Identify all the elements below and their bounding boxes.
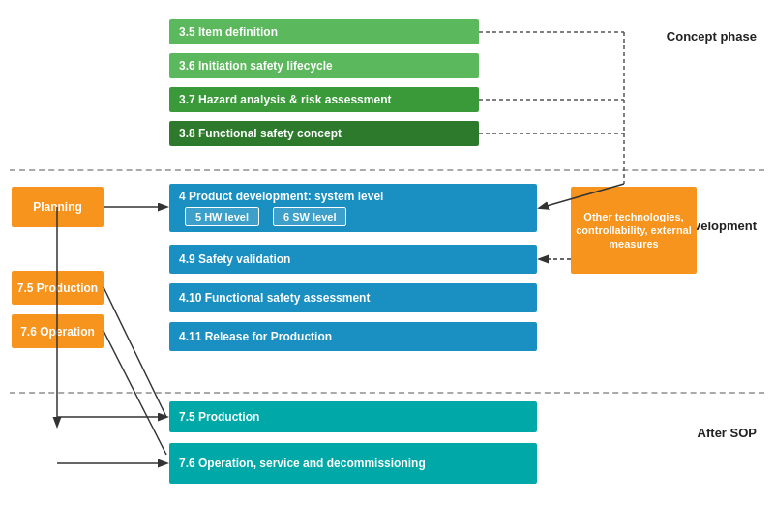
box-38: 3.8 Functional safety concept: [169, 121, 479, 146]
box-411: 4.11 Release for Production: [169, 322, 537, 351]
other-tech-box: Other technologies, controllability, ext…: [571, 187, 697, 274]
divider-1: [10, 169, 764, 171]
diagram: Concept phase Product development After …: [0, 0, 774, 532]
box-410: 4.10 Functional safety assessment: [169, 283, 537, 312]
planning-box: Planning: [12, 187, 104, 227]
box-37: 3.7 Hazard analysis & risk assessment: [169, 87, 479, 112]
box-4: 4 Product development: system level 5 HW…: [169, 184, 537, 232]
box-76-after: 7.6 Operation, service and decommissioni…: [169, 443, 537, 484]
after-sop-label: After SOP: [698, 426, 757, 442]
box-49: 4.9 Safety validation: [169, 245, 537, 274]
concept-phase-label: Concept phase: [667, 29, 757, 45]
box-75-after: 7.5 Production: [169, 401, 537, 432]
operation-side-box: 7.6 Operation: [12, 314, 104, 348]
sw-level-box: 6 SW level: [273, 207, 346, 226]
box-36: 3.6 Initiation safety lifecycle: [169, 53, 479, 78]
divider-2: [10, 392, 764, 394]
svg-line-9: [104, 287, 166, 417]
box-35: 3.5 Item definition: [169, 19, 479, 44]
hw-level-box: 5 HW level: [185, 207, 259, 226]
production-side-box: 7.5 Production: [12, 271, 104, 305]
